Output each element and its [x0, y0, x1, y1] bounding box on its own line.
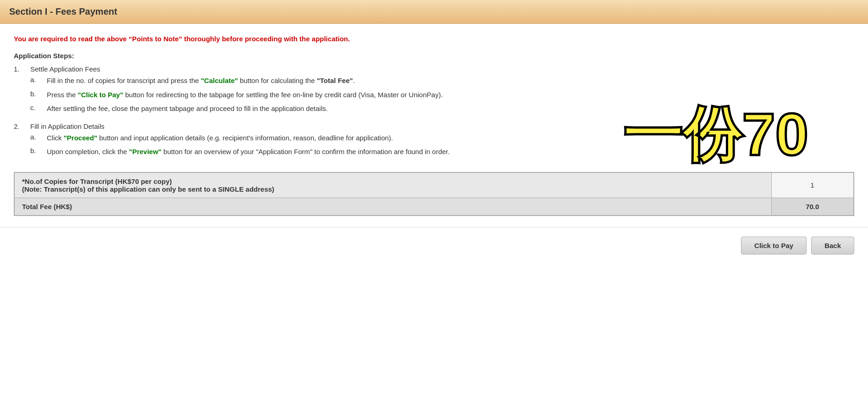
warning-text: You are required to read the above “Poin… — [14, 35, 854, 43]
step-1b-letter: b. — [30, 90, 47, 100]
bottom-bar: Click to Pay Back — [0, 227, 868, 264]
step-2: 2. Fill in Application Details 一份70 a. C… — [14, 122, 854, 161]
step-2-content: Fill in Application Details 一份70 a. Clic… — [30, 122, 854, 161]
click-to-pay-highlight: "Click to Pay" — [78, 91, 123, 99]
calculate-highlight: "Calculate" — [201, 77, 238, 84]
step-2b-text: Upon completion, click the "Preview" but… — [47, 147, 854, 157]
total-fee-highlight: "Total Fee" — [317, 77, 353, 84]
step-2-sublist: a. Click "Proceed" button and input appl… — [30, 133, 854, 157]
step-2-number: 2. — [14, 122, 30, 161]
step-2a-letter: a. — [30, 133, 47, 144]
step-1-content: Settle Application Fees a. Fill in the n… — [30, 65, 854, 118]
step-1a-text: Fill in the no. of copies for transcript… — [47, 76, 854, 86]
step-1: 1. Settle Application Fees a. Fill in th… — [14, 65, 854, 118]
section-title: Section I - Fees Payment — [9, 6, 117, 17]
fee-table: *No.of Copies for Transcript (HK$70 per … — [14, 172, 854, 216]
section-body: You are required to read the above “Poin… — [0, 24, 868, 227]
step-1a: a. Fill in the no. of copies for transcr… — [30, 76, 854, 86]
app-steps-heading: Application Steps: — [14, 52, 854, 60]
back-button[interactable]: Back — [811, 237, 854, 255]
step-2b: b. Upon completion, click the "Preview" … — [30, 147, 854, 157]
steps-list: 1. Settle Application Fees a. Fill in th… — [14, 65, 854, 161]
fee-table-value-1: 1 — [771, 172, 854, 198]
fee-table-value-2: 70.0 — [771, 198, 854, 216]
step-2a: a. Click "Proceed" button and input appl… — [30, 133, 854, 144]
step-2b-letter: b. — [30, 147, 47, 157]
step-1a-letter: a. — [30, 76, 47, 86]
section-header: Section I - Fees Payment — [0, 0, 868, 24]
step-1-label: Settle Application Fees — [30, 65, 100, 73]
step-1b: b. Press the "Click to Pay" button for r… — [30, 90, 854, 100]
fee-table-row-2: Total Fee (HK$) 70.0 — [14, 198, 854, 216]
step-1c-text: After settling the fee, close the paymen… — [47, 104, 854, 114]
step-1b-text: Press the "Click to Pay" button for redi… — [47, 90, 854, 100]
step-1-sublist: a. Fill in the no. of copies for transcr… — [30, 76, 854, 114]
click-to-pay-button[interactable]: Click to Pay — [741, 237, 807, 255]
step-2a-text: Click "Proceed" button and input applica… — [47, 133, 854, 144]
proceed-highlight: "Proceed" — [64, 134, 97, 142]
step-1c-letter: c. — [30, 104, 47, 114]
fee-table-row-1: *No.of Copies for Transcript (HK$70 per … — [14, 172, 854, 198]
fee-table-label-1: *No.of Copies for Transcript (HK$70 per … — [14, 172, 771, 198]
step-2-label: Fill in Application Details — [30, 122, 105, 130]
fee-table-label-2: Total Fee (HK$) — [14, 198, 771, 216]
preview-highlight: "Preview" — [129, 148, 161, 155]
step-1-number: 1. — [14, 65, 30, 118]
page-wrapper: Section I - Fees Payment You are require… — [0, 0, 868, 415]
step-1c: c. After settling the fee, close the pay… — [30, 104, 854, 114]
